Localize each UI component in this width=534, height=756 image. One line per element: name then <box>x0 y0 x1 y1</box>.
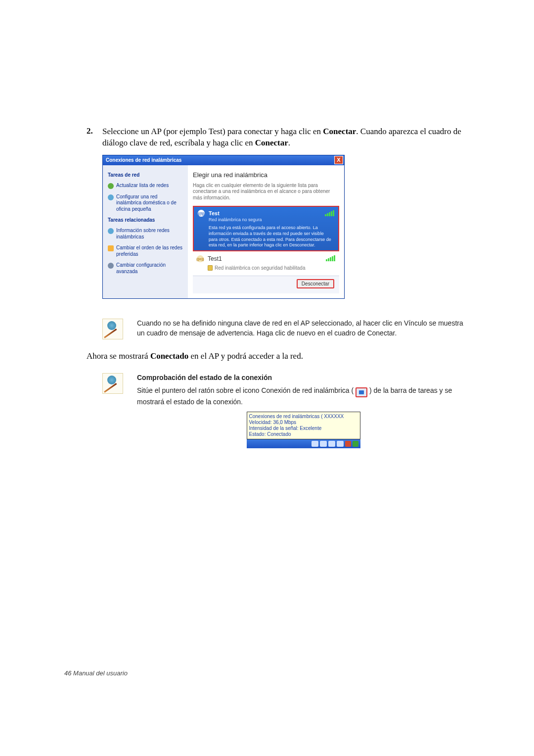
note-icon <box>102 373 123 394</box>
network-security: Red inalámbrica no segura <box>209 217 334 222</box>
dialog-main: Elegir una red inalámbrica Haga clic en … <box>188 165 344 298</box>
tooltip-line-2: Velocidad: 36,0 Mbps <box>249 420 358 425</box>
step-text: Seleccione un AP (por ejemplo Test) para… <box>102 126 470 149</box>
sidebar-item-label: Cambiar el orden de las redes preferidas <box>116 245 183 257</box>
tray-icon <box>353 441 358 447</box>
network-item-selected[interactable]: ((i)) Test Red inalámbrica no segura Est… <box>193 206 339 251</box>
refresh-icon <box>108 183 114 189</box>
note-text-a: Sitúe el puntero del ratón sobre el icon… <box>137 386 354 394</box>
signal-icon <box>325 210 334 216</box>
sidebar-item-refresh[interactable]: Actualizar lista de redes <box>108 183 183 189</box>
paragraph-connected: Ahora se mostrará Conectado en el AP y p… <box>87 351 470 361</box>
setup-icon <box>108 194 114 200</box>
step-2: 2. Seleccione un AP (por ejemplo Test) p… <box>87 126 470 149</box>
tray-icon <box>337 441 344 447</box>
tooltip-line-1: Conexiones de red inalámbricas ( XXXXXX <box>249 414 358 420</box>
disconnect-button[interactable]: Desconectar <box>297 279 334 288</box>
network-item[interactable]: ((o)) Test1 Red inalámbrica con segurida… <box>193 251 339 276</box>
note-heading: Comprobación del estado de la conexión <box>137 373 470 383</box>
sidebar-item-setup[interactable]: Configurar una red inalámbrica doméstica… <box>108 194 183 213</box>
dialog-footer: Desconectar <box>193 276 339 293</box>
tray-icon <box>312 441 318 447</box>
step-bold-2: Conectar <box>255 138 288 147</box>
tray-icon <box>345 441 351 447</box>
page-footer: 46 Manual del usuario <box>64 669 128 677</box>
gear-icon <box>108 263 114 269</box>
sidebar-item-label: Información sobre redes inalámbricas <box>116 228 183 240</box>
wifi-icon: ((i)) <box>198 210 205 217</box>
sidebar-heading-tasks: Tareas de red <box>108 172 183 178</box>
dialog-sidebar: Tareas de red Actualizar lista de redes … <box>103 165 188 298</box>
tooltip-illustration: Conexiones de red inalámbricas ( XXXXXX … <box>247 412 360 448</box>
step-number: 2. <box>87 126 102 149</box>
note-text: Sitúe el puntero del ratón sobre el icon… <box>137 386 470 407</box>
wireless-dialog: Conexiones de red inalámbricas X Tareas … <box>102 155 345 299</box>
wifi-icon: ((o)) <box>197 255 204 262</box>
lock-icon <box>208 265 213 271</box>
step-bold-1: Conectar <box>323 127 356 136</box>
info-icon <box>108 228 114 234</box>
note-icon <box>102 319 123 339</box>
network-name: Test <box>209 210 220 216</box>
taskbar-tray <box>247 439 360 448</box>
para-text-a: Ahora se mostrará <box>87 351 150 361</box>
para-text-b: Conectado <box>150 351 188 361</box>
tooltip-line-4: Estado: Conectado <box>249 431 358 437</box>
tray-wireless-icon <box>356 387 367 397</box>
sidebar-item-label: Actualizar lista de redes <box>116 183 169 189</box>
tray-wifi-icon <box>328 441 335 447</box>
dialog-description: Haga clic en cualquier elemento de la si… <box>193 183 339 201</box>
sidebar-item-order[interactable]: Cambiar el orden de las redes preferidas <box>108 245 183 257</box>
network-security: Red inalámbrica con seguridad habilitada <box>215 265 305 271</box>
sidebar-item-advanced[interactable]: Cambiar configuración avanzada <box>108 262 183 275</box>
signal-icon <box>326 255 335 261</box>
note-text: Cuando no se ha definido ninguna clave d… <box>137 319 470 339</box>
dialog-titlebar: Conexiones de red inalámbricas X <box>103 155 344 165</box>
tooltip-line-3: Intensidad de la señal: Excelente <box>249 425 358 431</box>
sidebar-item-info[interactable]: Información sobre redes inalámbricas <box>108 228 183 240</box>
para-text-c: en el AP y podrá acceder a la red. <box>188 351 303 361</box>
sidebar-heading-related: Tareas relacionadas <box>108 217 183 223</box>
dialog-title: Conexiones de red inalámbricas <box>106 157 181 163</box>
tooltip-box: Conexiones de red inalámbricas ( XXXXXX … <box>247 412 360 439</box>
dialog-heading: Elegir una red inalámbrica <box>193 171 339 179</box>
sidebar-item-label: Cambiar configuración avanzada <box>116 262 183 275</box>
close-icon[interactable]: X <box>334 156 343 164</box>
sidebar-item-label: Configurar una red inalámbrica doméstica… <box>116 194 183 213</box>
tray-icon <box>320 441 327 447</box>
network-name: Test1 <box>208 255 322 262</box>
step-text-1: Seleccione un AP (por ejemplo Test) para… <box>102 127 323 136</box>
network-description: Esta red ya está configurada para el acc… <box>209 225 333 248</box>
step-text-3: . <box>288 138 290 147</box>
note-block-2: Comprobación del estado de la conexión S… <box>102 373 470 448</box>
star-icon <box>108 245 114 251</box>
note-block-1: Cuando no se ha definido ninguna clave d… <box>102 319 470 339</box>
